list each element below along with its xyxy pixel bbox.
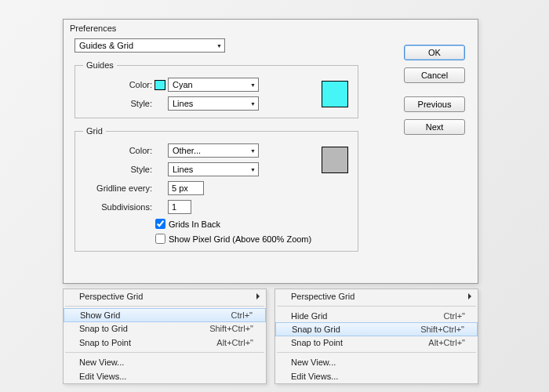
guides-color-label: Color: — [83, 80, 152, 89]
grid-color-label: Color: — [83, 146, 152, 155]
view-menu-left: Perspective Grid Show Grid Ctrl+" Snap t… — [63, 289, 267, 384]
shortcut-label: Shift+Ctrl+" — [420, 325, 464, 334]
guides-legend: Guides — [83, 60, 117, 70]
menu-item-new-view[interactable]: New View... — [64, 355, 266, 369]
window-title: Preferences — [64, 20, 478, 37]
gridline-every-label: Gridline every: — [83, 183, 152, 193]
next-button[interactable]: Next — [404, 119, 465, 135]
ok-button[interactable]: OK — [404, 45, 465, 60]
shortcut-label: Ctrl+" — [444, 311, 465, 321]
menu-item-snap-to-point[interactable]: Snap to Point Alt+Ctrl+" — [64, 336, 266, 350]
pixel-grid-checkbox[interactable]: Show Pixel Grid (Above 600% Zoom) — [155, 234, 311, 244]
shortcut-label: Ctrl+" — [231, 310, 253, 320]
menu-item-snap-to-grid[interactable]: Snap to Grid Shift+Ctrl+" — [275, 322, 478, 336]
chevron-down-icon: ▼ — [250, 148, 256, 154]
grids-in-back-checkbox[interactable]: Grids In Back — [155, 219, 220, 229]
menu-separator — [277, 352, 476, 353]
menu-item-show-grid[interactable]: Show Grid Ctrl+" — [64, 308, 266, 322]
guides-color-value: Cyan — [173, 80, 193, 89]
previous-button[interactable]: Previous — [404, 96, 465, 112]
grids-in-back-label: Grids In Back — [169, 220, 220, 229]
shortcut-label: Alt+Ctrl+" — [216, 338, 253, 347]
shortcut-label: Alt+Ctrl+" — [428, 338, 465, 347]
menu-separator — [65, 352, 264, 353]
menu-item-perspective-grid[interactable]: Perspective Grid — [275, 289, 478, 303]
menu-item-edit-views[interactable]: Edit Views... — [275, 369, 478, 383]
grid-group: Grid Color: Other... ▼ Style: Lines ▼ Gr… — [75, 126, 358, 252]
cancel-button[interactable]: Cancel — [404, 67, 465, 83]
pixel-grid-label: Show Pixel Grid (Above 600% Zoom) — [169, 234, 311, 244]
grids-in-back-input[interactable] — [155, 219, 165, 229]
grid-style-label: Style: — [83, 165, 152, 174]
grid-style-select[interactable]: Lines ▼ — [168, 162, 259, 176]
guides-style-label: Style: — [83, 99, 152, 108]
menu-item-perspective-grid[interactable]: Perspective Grid — [64, 289, 266, 303]
menu-separator — [65, 306, 264, 307]
menu-item-new-view[interactable]: New View... — [275, 355, 478, 369]
menu-item-hide-grid[interactable]: Hide Grid Ctrl+" — [275, 309, 478, 323]
guides-style-select[interactable]: Lines ▼ — [168, 96, 259, 111]
grid-color-select[interactable]: Other... ▼ — [168, 143, 259, 158]
chevron-down-icon: ▼ — [216, 43, 222, 49]
category-select[interactable]: Guides & Grid ▼ — [75, 38, 225, 53]
grid-legend: Grid — [83, 126, 106, 136]
menu-item-snap-to-point[interactable]: Snap to Point Alt+Ctrl+" — [275, 336, 478, 350]
view-menu-right: Perspective Grid Hide Grid Ctrl+" Snap t… — [274, 289, 478, 384]
guides-color-swatch — [155, 80, 165, 90]
chevron-down-icon: ▼ — [250, 82, 256, 88]
chevron-down-icon: ▼ — [250, 101, 256, 107]
category-value: Guides & Grid — [79, 41, 133, 50]
guides-group: Guides Color: Cyan ▼ Style: Lines ▼ — [75, 60, 358, 118]
shortcut-label: Shift+Ctrl+" — [209, 324, 253, 333]
menu-separator — [277, 306, 476, 307]
chevron-down-icon: ▼ — [250, 167, 256, 172]
guides-color-select[interactable]: Cyan ▼ — [168, 78, 259, 92]
guides-style-value: Lines — [173, 99, 193, 108]
preferences-window: Preferences Guides & Grid ▼ Guides Color… — [63, 19, 478, 284]
subdivisions-label: Subdivisions: — [83, 202, 152, 212]
grid-color-value: Other... — [173, 146, 201, 155]
subdivisions-input[interactable]: 1 — [168, 200, 191, 214]
pixel-grid-input[interactable] — [155, 234, 165, 244]
grid-style-value: Lines — [173, 165, 193, 174]
menu-item-snap-to-grid[interactable]: Snap to Grid Shift+Ctrl+" — [64, 321, 266, 336]
guides-swatch[interactable] — [322, 81, 348, 107]
gridline-every-input[interactable]: 5 px — [168, 181, 204, 195]
menu-item-edit-views[interactable]: Edit Views... — [64, 369, 266, 383]
grid-swatch[interactable] — [322, 147, 348, 173]
